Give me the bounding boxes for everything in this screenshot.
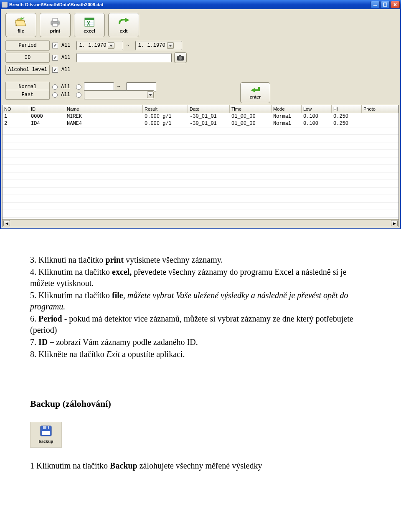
col-low[interactable]: Low [302, 105, 332, 113]
print-label: print [50, 28, 60, 33]
col-name[interactable]: Name [65, 105, 143, 113]
svg-rect-7 [53, 18, 58, 21]
cell-no: 2 [3, 120, 29, 127]
doc-line-8: 8. Klikněte na tlačítko Exit a opustíte … [30, 349, 371, 360]
period-all-checkbox[interactable] [52, 43, 58, 48]
id-input[interactable] [76, 53, 172, 62]
cell-mode: Normal [272, 120, 302, 127]
cell-mode: Normal [272, 113, 302, 120]
period-to-date[interactable]: 1. 1.1970 [135, 41, 182, 50]
window-titlebar: Breath D:\v-net\Breath\Data\Breath2009.d… [0, 0, 401, 9]
app-icon [2, 2, 8, 8]
printer-icon [49, 17, 61, 27]
fast-all-radio[interactable] [52, 92, 58, 98]
cell-id: ID4 [29, 120, 65, 127]
normal-all-text: All [61, 84, 70, 90]
svg-marker-14 [125, 18, 129, 22]
col-mode[interactable]: Mode [272, 105, 302, 113]
svg-rect-21 [46, 426, 48, 429]
col-id[interactable]: ID [29, 105, 65, 113]
cell-photo [362, 113, 398, 120]
col-hi[interactable]: Hi [332, 105, 362, 113]
svg-rect-0 [373, 5, 377, 6]
cell-no: 1 [3, 113, 29, 120]
col-result[interactable]: Result [143, 105, 188, 113]
chevron-down-icon[interactable] [147, 91, 154, 98]
scroll-right-button[interactable]: ▶ [391, 220, 398, 226]
id-all-checkbox[interactable] [52, 55, 58, 61]
col-date[interactable]: Date [188, 105, 230, 113]
table-row[interactable]: 2ID4NAME40.000 g/l-30_01_0101_00_00Norma… [3, 120, 398, 127]
print-button[interactable]: print [40, 13, 71, 37]
table-row[interactable]: 10000MIREK0.000 g/l-30_01_0101_00_00Norm… [3, 113, 398, 120]
cell-id: 0000 [29, 113, 65, 120]
period-all-text: All [61, 43, 71, 48]
fast-select[interactable] [84, 90, 154, 99]
horizontal-scrollbar[interactable]: ◀ ▶ [3, 219, 398, 227]
cell-result: 0.000 g/l [143, 113, 188, 120]
table-body: 10000MIREK0.000 g/l-30_01_0101_00_00Norm… [3, 113, 398, 219]
backup-button-illustration: backup [30, 422, 62, 448]
svg-point-9 [58, 22, 58, 23]
svg-rect-1 [383, 3, 387, 6]
file-button[interactable]: file [5, 13, 36, 37]
document-body: 3. Kliknutí na tlačítko print vytisknete… [0, 229, 401, 489]
cell-name: NAME4 [65, 120, 143, 127]
cell-hi: 0.250 [332, 113, 362, 120]
cell-result: 0.000 g/l [143, 120, 188, 127]
folder-open-icon [15, 17, 27, 27]
exit-button[interactable]: exit [108, 13, 139, 37]
close-button[interactable] [391, 1, 400, 8]
svg-point-16 [179, 56, 182, 60]
minimize-button[interactable] [371, 1, 380, 8]
exit-arrow-icon [118, 17, 129, 27]
cell-photo [362, 120, 398, 127]
file-label: file [18, 28, 24, 33]
camera-icon [176, 54, 185, 61]
results-table: NO ID Name Result Date Time Mode Low Hi … [2, 105, 399, 227]
enter-button[interactable]: enter [240, 82, 270, 103]
backup-heading: Backup (zálohování) [30, 398, 371, 410]
normal-all-radio[interactable] [52, 84, 58, 90]
period-label: Period [5, 41, 50, 51]
doc-backup-line-1: 1 Kliknutím na tlačítko Backup zálohujet… [30, 460, 371, 471]
doc-line-4: 4. Kliknutím na tlačítko excel, převedet… [30, 266, 371, 289]
excel-label: excel [84, 28, 95, 33]
cell-time: 01_00_00 [230, 120, 272, 127]
fast-all-text: All [61, 92, 70, 98]
svg-rect-8 [53, 23, 58, 26]
cell-low: 0.100 [302, 120, 332, 127]
scroll-left-button[interactable]: ◀ [3, 220, 10, 226]
cell-name: MIREK [65, 113, 143, 120]
fast-select-radio[interactable] [76, 92, 81, 98]
main-toolbar: file print excel exit [2, 10, 399, 40]
period-from-date[interactable]: 1. 1.1970 [76, 41, 123, 50]
maximize-button[interactable] [381, 1, 390, 8]
cell-date: -30_01_01 [188, 120, 230, 127]
alcohol-all-text: All [61, 67, 71, 73]
svg-rect-17 [179, 55, 181, 56]
app-window: file print excel exit Period All [0, 9, 401, 229]
id-label: ID [5, 53, 50, 63]
svg-marker-4 [15, 21, 26, 26]
table-header: NO ID Name Result Date Time Mode Low Hi … [3, 105, 398, 113]
doc-line-6: 6. Period - pokud má detektor více zázna… [30, 313, 371, 336]
exit-label: exit [120, 28, 128, 33]
chevron-down-icon[interactable] [167, 42, 174, 49]
normal-range-radio[interactable] [76, 84, 81, 90]
enter-arrow-icon [250, 86, 261, 94]
fast-label: Fast [5, 90, 50, 100]
excel-button[interactable]: excel [74, 13, 105, 37]
cell-time: 01_00_00 [230, 113, 272, 120]
id-all-text: All [61, 55, 71, 61]
col-no[interactable]: NO [3, 105, 29, 113]
cell-date: -30_01_01 [188, 113, 230, 120]
alcohol-all-checkbox[interactable] [52, 67, 58, 73]
svg-marker-3 [18, 19, 21, 20]
id-lookup-button[interactable] [174, 52, 187, 63]
window-title: Breath D:\v-net\Breath\Data\Breath2009.d… [9, 2, 371, 7]
col-photo[interactable]: Photo [362, 105, 398, 113]
col-time[interactable]: Time [230, 105, 272, 113]
chevron-down-icon[interactable] [108, 42, 114, 49]
cell-hi: 0.250 [332, 120, 362, 127]
